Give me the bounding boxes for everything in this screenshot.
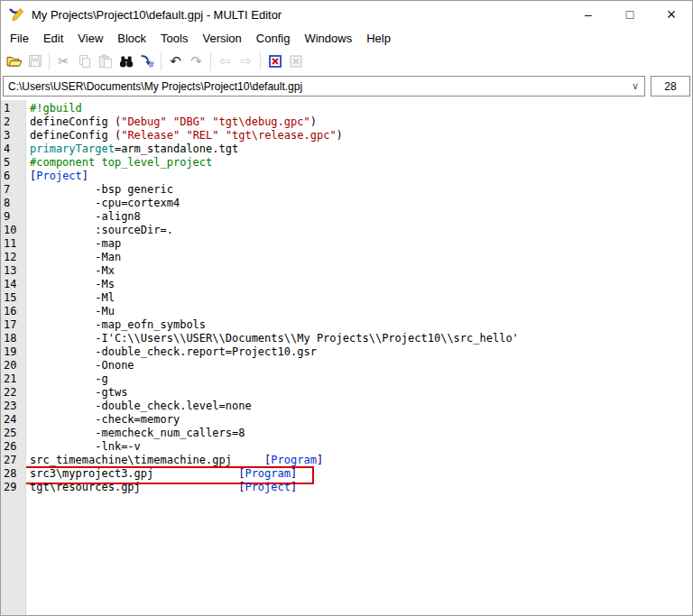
code-line-12[interactable]: -Man	[26, 251, 692, 264]
code-line-5[interactable]: #component top_level_project	[26, 156, 692, 170]
code-line-18[interactable]: -I'C:\\Users\\USER\\Documents\\My Projec…	[26, 332, 692, 345]
open-icon	[6, 54, 23, 69]
undo-button[interactable]: ↶	[165, 51, 186, 71]
menu-edit[interactable]: Edit	[36, 30, 70, 47]
paste-icon	[98, 54, 113, 69]
code-line-20[interactable]: -Onone	[26, 359, 692, 372]
redo-icon: ↷	[190, 53, 202, 69]
line-number: 1	[1, 102, 25, 115]
line-number: 11	[1, 237, 25, 251]
forward-icon: ⇨	[240, 53, 252, 69]
code-line-19[interactable]: -double_check.report=Project10.gsr	[26, 345, 692, 359]
code-line-2[interactable]: defineConfig ("Debug" "DBG" "tgt\debug.g…	[26, 115, 692, 129]
save-button	[24, 51, 45, 71]
maximize-button[interactable]: □	[609, 1, 651, 28]
close-button[interactable]: ×	[651, 1, 692, 28]
line-number-box[interactable]: 28	[651, 76, 690, 97]
line-number: 15	[1, 291, 25, 305]
toolbar-separator	[210, 52, 211, 70]
toolbar-separator	[161, 52, 162, 70]
line-number: 17	[1, 318, 25, 332]
line-number: 6	[1, 170, 25, 183]
back-icon: ⇦	[219, 53, 231, 69]
code-line-21[interactable]: -g	[26, 372, 692, 386]
code-line-25[interactable]: -memcheck_num_callers=8	[26, 427, 692, 440]
minimize-button[interactable]: –	[568, 1, 609, 28]
code-line-10[interactable]: :sourceDir=.	[26, 224, 692, 237]
code-line-7[interactable]: -bsp generic	[26, 183, 692, 197]
line-number: 29	[1, 481, 25, 494]
line-number-gutter: 1234567891011121314151617181920212223242…	[1, 100, 26, 616]
line-number: 25	[1, 427, 25, 440]
code-line-13[interactable]: -Mx	[26, 264, 692, 278]
menu-config[interactable]: Config	[249, 30, 298, 47]
line-number: 12	[1, 251, 25, 264]
toolbar-separator	[49, 52, 50, 70]
paste-button	[95, 51, 116, 71]
code-line-22[interactable]: -gtws	[26, 386, 692, 400]
multi-editor-app-icon	[8, 7, 25, 23]
goto-line-button[interactable]: #	[136, 51, 157, 71]
find-icon	[118, 54, 134, 69]
toolbar-separator	[260, 52, 261, 70]
menu-windows[interactable]: Windows	[297, 30, 359, 47]
line-number: 2	[1, 115, 25, 129]
file-path-combobox[interactable]: C:\Users\USER\Documents\My Projects\Proj…	[3, 76, 645, 97]
title-bar: My Projects\Project10\default.gpj - MULT…	[1, 1, 692, 28]
code-line-17[interactable]: -map_eofn_symbols	[26, 318, 692, 332]
line-number: 23	[1, 400, 25, 413]
copy-button	[74, 51, 95, 71]
line-number: 22	[1, 386, 25, 400]
code-area[interactable]: #!gbuilddefineConfig ("Debug" "DBG" "tgt…	[26, 100, 692, 616]
code-line-26[interactable]: -lnk=-v	[26, 440, 692, 454]
code-line-27[interactable]: src_timemachine\timemachine.gpj [Program…	[26, 454, 692, 467]
code-line-28[interactable]: src3\myproject3.gpj [Program]	[26, 467, 692, 481]
code-line-1[interactable]: #!gbuild	[26, 102, 692, 115]
back-button: ⇦	[215, 51, 236, 71]
closefile-icon	[268, 54, 282, 69]
goto-icon: #	[139, 54, 154, 69]
line-number: 9	[1, 210, 25, 224]
line-number: 24	[1, 413, 25, 427]
editor-pane: 1234567891011121314151617181920212223242…	[1, 100, 692, 616]
menu-file[interactable]: File	[3, 30, 36, 47]
menu-tools[interactable]: Tools	[153, 30, 195, 47]
code-line-8[interactable]: -cpu=cortexm4	[26, 197, 692, 210]
code-line-23[interactable]: -double_check.level=none	[26, 400, 692, 413]
code-line-14[interactable]: -Ms	[26, 278, 692, 291]
code-line-11[interactable]: -map	[26, 237, 692, 251]
line-number: 14	[1, 278, 25, 291]
forward-button: ⇨	[236, 51, 256, 71]
code-line-3[interactable]: defineConfig ("Release" "REL" "tgt\relea…	[26, 129, 692, 143]
menu-version[interactable]: Version	[195, 30, 248, 47]
close-file-button[interactable]	[264, 51, 285, 71]
menu-view[interactable]: View	[70, 30, 110, 47]
open-button[interactable]	[4, 51, 24, 71]
line-number: 7	[1, 183, 25, 197]
cut-icon: ✂	[58, 53, 69, 69]
undo-icon: ↶	[170, 53, 181, 69]
chevron-down-icon[interactable]: ∨	[626, 80, 644, 92]
line-number: 3	[1, 129, 25, 143]
menu-help[interactable]: Help	[359, 30, 398, 47]
line-number: 4	[1, 143, 25, 156]
line-number: 5	[1, 156, 25, 170]
closegray-icon	[289, 54, 303, 69]
menu-bar: FileEditViewBlockToolsVersionConfigWindo…	[1, 28, 692, 49]
line-number: 18	[1, 332, 25, 345]
copy-icon	[78, 54, 92, 69]
code-line-6[interactable]: [Project]	[26, 170, 692, 183]
line-number: 10	[1, 224, 25, 237]
code-line-16[interactable]: -Mu	[26, 305, 692, 318]
code-line-15[interactable]: -Ml	[26, 291, 692, 305]
code-line-29[interactable]: tgt\resources.gpj [Project]	[26, 481, 692, 494]
find-button[interactable]	[116, 51, 136, 71]
code-line-24[interactable]: -check=memory	[26, 413, 692, 427]
line-number: 20	[1, 359, 25, 372]
menu-block[interactable]: Block	[110, 30, 153, 47]
code-line-9[interactable]: -align8	[26, 210, 692, 224]
path-bar: C:\Users\USER\Documents\My Projects\Proj…	[1, 73, 692, 100]
code-line-4[interactable]: primaryTarget=arm_standalone.tgt	[26, 143, 692, 156]
window-title: My Projects\Project10\default.gpj - MULT…	[32, 8, 568, 22]
line-number: 21	[1, 372, 25, 386]
